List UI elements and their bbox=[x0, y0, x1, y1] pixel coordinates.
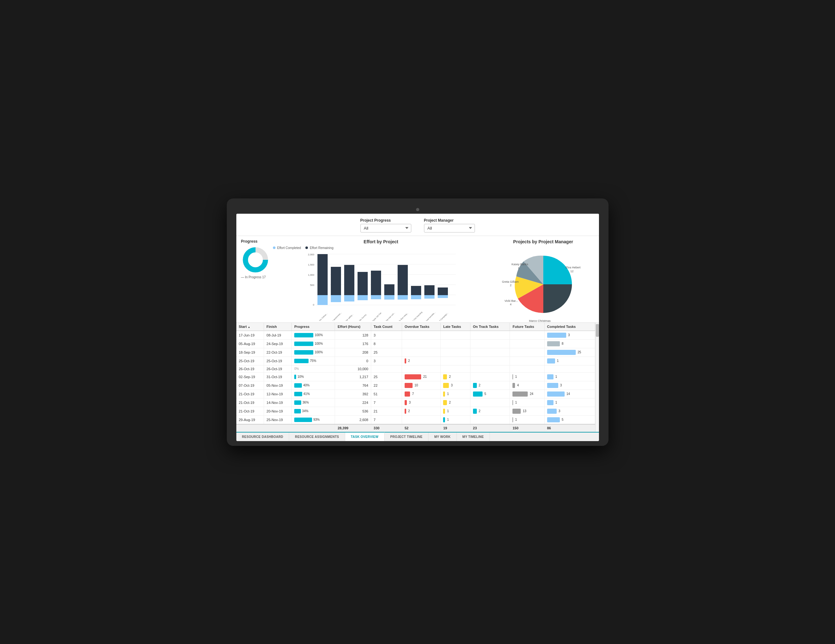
bottom-tab-my-timeline[interactable]: My Timeline bbox=[457, 433, 490, 441]
svg-text:Vendor One boarding: Vendor One boarding bbox=[408, 311, 423, 321]
total-overdue: 52 bbox=[402, 424, 440, 432]
cell-completed: 8 bbox=[544, 339, 595, 348]
svg-rect-32 bbox=[398, 295, 408, 300]
col-effort: Effort (Hours) bbox=[335, 323, 371, 331]
col-task-count: Task Count bbox=[371, 323, 402, 331]
cell-task-count: 25 bbox=[371, 372, 402, 381]
svg-text:Rider safety...: Rider safety... bbox=[344, 313, 353, 321]
cell-completed: 25 bbox=[544, 348, 595, 357]
cell-completed: 1 bbox=[544, 398, 595, 407]
svg-rect-26 bbox=[371, 295, 381, 299]
bottom-tab-resource-assignments[interactable]: Resource Assignments bbox=[289, 433, 345, 441]
table-row: 29-Aug-19 25-Nov-19 93% 2,608 7 1 1 5 bbox=[236, 415, 595, 424]
svg-text:Greta Gilliam: Greta Gilliam bbox=[502, 280, 519, 283]
screen: Project Progress All Project Manager All… bbox=[236, 214, 599, 441]
svg-text:12: 12 bbox=[570, 270, 573, 273]
cell-completed: 1 bbox=[544, 372, 595, 381]
cell-effort: 208 bbox=[335, 348, 371, 357]
project-progress-select[interactable]: All bbox=[361, 224, 411, 232]
filter-project-progress: Project Progress All bbox=[361, 218, 411, 232]
cell-future bbox=[510, 348, 544, 357]
cell-overdue bbox=[402, 365, 440, 372]
cell-future: 1 bbox=[510, 415, 544, 424]
cell-start: 21-Oct-19 bbox=[236, 398, 264, 407]
total-completed: 86 bbox=[544, 424, 595, 432]
svg-text:Email Campaign...: Email Campaign... bbox=[436, 311, 448, 321]
col-progress: Progress bbox=[292, 323, 335, 331]
cell-effort: 392 bbox=[335, 389, 371, 398]
cell-effort: 1,217 bbox=[335, 372, 371, 381]
svg-text:2: 2 bbox=[510, 284, 512, 287]
cell-effort: 224 bbox=[335, 398, 371, 407]
cell-effort: 536 bbox=[335, 407, 371, 415]
cell-start: 29-Aug-19 bbox=[236, 415, 264, 424]
cell-finish: 25-Oct-19 bbox=[264, 357, 291, 365]
cell-progress: 93% bbox=[292, 415, 335, 424]
cell-late bbox=[440, 348, 470, 357]
total-on-track: 23 bbox=[470, 424, 510, 432]
cell-progress: 10% bbox=[292, 372, 335, 381]
cell-late: 2 bbox=[440, 372, 470, 381]
cell-finish: 25-Nov-19 bbox=[264, 415, 291, 424]
cell-overdue bbox=[402, 339, 440, 348]
legend-remaining: Effort Remaining bbox=[305, 246, 333, 250]
bar-chart-section: Effort by Project Effort Completed Effor… bbox=[273, 239, 489, 323]
cell-task-count: 3 bbox=[371, 331, 402, 340]
cell-on-track bbox=[470, 372, 510, 381]
cell-late: 3 bbox=[440, 381, 470, 389]
cell-completed: 3 bbox=[544, 381, 595, 389]
svg-text:Vendor Onboa...: Vendor Onboa... bbox=[317, 312, 328, 321]
svg-rect-41 bbox=[438, 295, 448, 298]
cell-effort: 176 bbox=[335, 339, 371, 348]
cell-start: 17-Jun-19 bbox=[236, 331, 264, 340]
svg-text:4: 4 bbox=[510, 303, 512, 306]
total-task: 330 bbox=[371, 424, 402, 432]
cell-finish: 14-Nov-19 bbox=[264, 398, 291, 407]
cell-start: 21-Oct-19 bbox=[236, 407, 264, 415]
scrollbar-thumb[interactable] bbox=[596, 324, 599, 337]
bottom-tab-my-work[interactable]: My Work bbox=[429, 433, 456, 441]
camera-bar bbox=[236, 208, 599, 211]
filter-project-manager: Project Manager All bbox=[424, 218, 475, 232]
bar-chart-legend: Effort Completed Effort Remaining bbox=[273, 246, 489, 250]
cell-late: 2 bbox=[440, 398, 470, 407]
bottom-tab-resource-dashboard[interactable]: Resource Dashboard bbox=[236, 433, 289, 441]
cell-overdue: 7 bbox=[402, 389, 440, 398]
cell-task-count: 7 bbox=[371, 415, 402, 424]
cell-future: 1 bbox=[510, 398, 544, 407]
pie-chart-title: Projects by Project Manager bbox=[492, 239, 594, 244]
scrollbar[interactable] bbox=[595, 323, 599, 432]
cell-completed: 3 bbox=[544, 331, 595, 340]
cell-future bbox=[510, 365, 544, 372]
cell-on-track bbox=[470, 339, 510, 348]
cell-overdue: 2 bbox=[402, 407, 440, 415]
cell-progress: 75% bbox=[292, 357, 335, 365]
bottom-tab-task-overview[interactable]: Task Overview bbox=[345, 432, 385, 441]
cell-future: 1 bbox=[510, 372, 544, 381]
cell-task-count: 3 bbox=[371, 357, 402, 365]
svg-text:Traffic flow integ...: Traffic flow integ... bbox=[396, 312, 408, 321]
col-finish: Finish bbox=[264, 323, 291, 331]
svg-rect-23 bbox=[357, 295, 368, 300]
cell-task-count: 22 bbox=[371, 381, 402, 389]
svg-rect-29 bbox=[384, 295, 395, 300]
project-manager-select[interactable]: All bbox=[424, 224, 475, 232]
cell-effort: 2,608 bbox=[335, 415, 371, 424]
cell-progress: 100% bbox=[292, 348, 335, 357]
svg-rect-28 bbox=[384, 284, 395, 295]
svg-rect-17 bbox=[331, 295, 341, 302]
table-row: 21-Oct-19 20-Nov-19 34% 536 21 2 1 2 13 … bbox=[236, 407, 595, 415]
donut-title: Progress bbox=[241, 239, 258, 243]
data-table: Start ▲ Finish Progress Effort (Hours) T… bbox=[236, 323, 595, 432]
svg-text:0: 0 bbox=[313, 303, 314, 306]
table-row: 21-Oct-19 12-Nov-19 41% 392 51 7 1 5 24 … bbox=[236, 389, 595, 398]
cell-start: 21-Oct-19 bbox=[236, 389, 264, 398]
cell-effort: 128 bbox=[335, 331, 371, 340]
donut-legend: — In Progress 17 bbox=[241, 276, 266, 279]
cell-completed: 3 bbox=[544, 407, 595, 415]
cell-finish: 08-Jul-19 bbox=[264, 331, 291, 340]
cell-finish: 22-Oct-19 bbox=[264, 348, 291, 357]
cell-progress: 100% bbox=[292, 331, 335, 340]
bottom-tab-project-timeline[interactable]: Project Timeline bbox=[385, 433, 429, 441]
cell-future bbox=[510, 357, 544, 365]
